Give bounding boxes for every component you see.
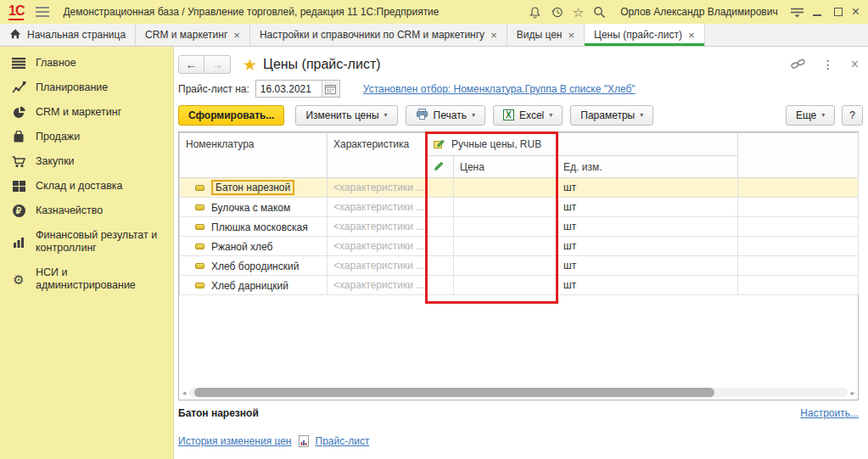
column-header-unit[interactable]: Ед. изм. [557, 156, 738, 178]
price-cell[interactable] [454, 217, 557, 237]
main-menu-icon[interactable] [36, 7, 49, 17]
tab-crm-settings[interactable]: Настройки и справочники по CRM и маркети… [250, 24, 507, 46]
extra-cell [738, 217, 859, 237]
column-header-characteristic[interactable]: Характеристика [328, 133, 428, 178]
table-row[interactable]: Батон нарезной <характеристики ... шт [180, 178, 859, 198]
tab-price-kinds[interactable]: Виды цен × [507, 24, 585, 46]
tab-close-icon[interactable]: × [568, 30, 574, 41]
horizontal-scrollbar[interactable]: ◂ ▸ [181, 387, 856, 398]
favorites-star-icon[interactable]: ☆ [573, 6, 584, 19]
edit-flag-cell[interactable] [428, 256, 454, 276]
extra-cell [738, 198, 859, 217]
history-icon[interactable] [551, 6, 563, 19]
table-row[interactable]: Хлеб бородинский <характеристики ... шт [180, 256, 859, 276]
price-list-date-input[interactable] [256, 81, 322, 97]
unit-cell: шт [557, 217, 738, 237]
window-minimize-button[interactable] [813, 8, 821, 16]
excel-button[interactable]: X Excel▾ [493, 105, 563, 126]
column-header-price[interactable]: Цена [454, 156, 557, 178]
sidebar-item-main[interactable]: Главное [0, 51, 173, 76]
get-link-icon[interactable] [791, 58, 805, 72]
tab-close-icon[interactable]: × [688, 30, 695, 41]
warehouse-grid-icon [11, 181, 26, 192]
sidebar-item-crm-marketing[interactable]: CRM и маркетинг [0, 100, 173, 125]
sidebar-item-nsi-administration[interactable]: ⚙ НСИ и администрирование [0, 260, 173, 298]
edit-flag-cell[interactable] [428, 198, 454, 217]
help-button[interactable]: ? [842, 105, 863, 126]
tab-crm-marketing[interactable]: CRM и маркетинг × [136, 24, 250, 46]
excel-icon: X [503, 109, 514, 120]
chevron-down-icon: ▾ [821, 111, 825, 119]
sidebar-item-label: Планирование [36, 81, 108, 94]
extra-cell [738, 256, 859, 276]
parameters-button[interactable]: Параметры▾ [570, 105, 653, 126]
price-list-link[interactable]: Прайс-лист [316, 435, 370, 447]
more-button[interactable]: Еще▾ [786, 105, 835, 126]
more-actions-icon[interactable]: ⋮ [822, 58, 834, 71]
unit-cell: шт [557, 178, 738, 198]
sidebar-item-purchases[interactable]: Закупки [0, 149, 173, 174]
edit-flag-cell[interactable] [428, 237, 454, 256]
change-prices-button[interactable]: Изменить цены▾ [295, 105, 397, 126]
tab-price-list[interactable]: Цены (прайс-лист) × [585, 24, 704, 46]
pencil-icon [434, 162, 445, 174]
price-cell[interactable] [454, 256, 557, 276]
item-name: Плюшка московская [211, 221, 308, 232]
shopping-cart-icon [11, 156, 26, 168]
report-document-icon [299, 435, 309, 447]
tab-close-icon[interactable]: × [490, 30, 497, 41]
price-cell[interactable] [454, 237, 557, 256]
search-icon[interactable] [593, 6, 606, 19]
extra-cell [738, 178, 859, 198]
price-cell[interactable] [454, 276, 557, 295]
column-header-edit[interactable] [428, 156, 454, 178]
scrollbar-thumb[interactable] [194, 388, 714, 397]
sidebar-item-sales[interactable]: Продажи [0, 125, 173, 149]
sidebar-item-financial-result[interactable]: Финансовый результат и контроллинг [0, 223, 173, 260]
table-row[interactable]: Ржаной хлеб <характеристики ... шт [180, 237, 859, 256]
table-row[interactable]: Плюшка московская <характеристики ... шт [180, 217, 859, 237]
window-close-button[interactable]: × [852, 5, 860, 19]
price-history-link[interactable]: История изменения цен [178, 435, 292, 447]
edit-flag-cell[interactable] [428, 276, 454, 295]
scrollbar-track[interactable] [189, 388, 848, 397]
scroll-left-icon[interactable]: ◂ [181, 389, 188, 397]
column-header-nomenclature[interactable]: Номенклатура [180, 133, 328, 178]
table-row[interactable]: Хлеб дарницкий <характеристики ... шт [180, 276, 859, 295]
tab-label: Начальная страница [27, 29, 126, 41]
bar-chart-icon [11, 237, 26, 248]
selected-item-name: Батон нарезной [178, 407, 259, 419]
price-cell[interactable] [454, 198, 557, 217]
notifications-bell-icon[interactable] [529, 6, 541, 19]
sidebar-item-treasury[interactable]: ₽ Казначейство [0, 199, 173, 223]
item-icon [195, 263, 204, 269]
item-characteristic: <характеристики ... [328, 237, 428, 256]
calendar-icon[interactable] [322, 81, 339, 97]
forward-button[interactable]: → [204, 55, 231, 74]
print-button[interactable]: Печать▾ [406, 105, 485, 126]
status-row: Батон нарезной Настроить... [178, 407, 859, 419]
price-cell[interactable] [454, 178, 557, 198]
edit-flag-cell[interactable] [428, 217, 454, 237]
filter-link[interactable]: Установлен отбор: Номенклатура.Группа В … [363, 83, 636, 95]
back-button[interactable]: ← [178, 55, 204, 74]
service-menu-icon[interactable] [791, 7, 804, 18]
favorite-star-icon[interactable]: ★ [243, 57, 257, 73]
scroll-right-icon[interactable]: ▸ [849, 389, 856, 397]
table-row[interactable]: Булочка с маком <характеристики ... шт [180, 198, 859, 217]
price-table: Номенклатура Характеристика Ручные цены,… [178, 132, 859, 400]
configure-link[interactable]: Настроить... [800, 407, 859, 419]
sidebar-item-label: Продажи [36, 131, 80, 143]
column-header-manual-prices[interactable]: Ручные цены, RUB [428, 133, 557, 156]
edit-flag-cell[interactable] [428, 178, 454, 198]
generate-button[interactable]: Сформировать... [178, 105, 284, 126]
panel-close-icon[interactable]: × [851, 58, 859, 71]
item-characteristic: <характеристики ... [328, 198, 428, 217]
chevron-down-icon: ▾ [384, 111, 388, 119]
user-name[interactable]: Орлов Александр Владимирович [620, 6, 778, 18]
sidebar-item-planning[interactable]: Планирование [0, 76, 173, 100]
sidebar-item-warehouse[interactable]: Склад и доставка [0, 174, 173, 199]
tab-close-icon[interactable]: × [233, 30, 240, 41]
window-maximize-button[interactable] [834, 8, 843, 16]
tab-home[interactable]: Начальная страница [0, 24, 136, 46]
